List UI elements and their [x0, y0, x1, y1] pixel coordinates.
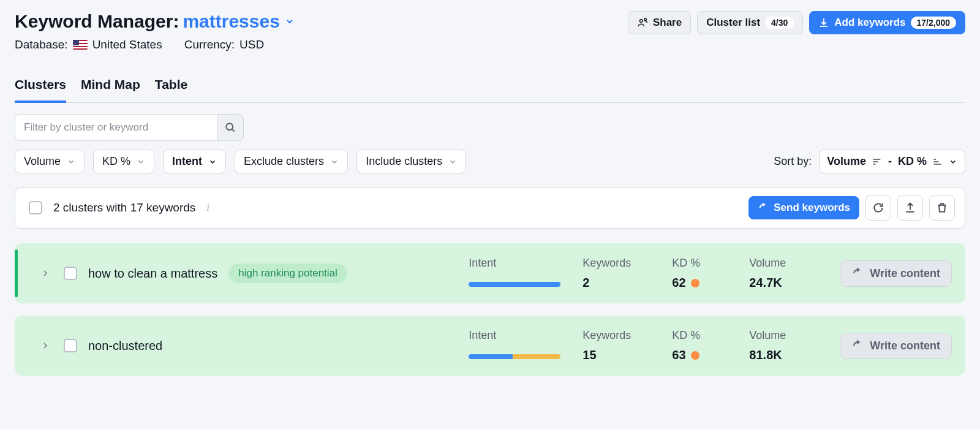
send-keywords-button[interactable]: Send keywords	[748, 196, 859, 219]
volume-label: Volume	[749, 257, 816, 270]
database-label: Database:	[15, 38, 68, 51]
keywords-label: Keywords	[582, 329, 656, 342]
sort-asc-icon	[933, 158, 943, 166]
send-keywords-label: Send keywords	[774, 202, 850, 214]
add-keywords-count: 17/2,000	[911, 17, 957, 29]
chevron-down-icon	[448, 158, 457, 166]
title-prefix: Keyword Manager:	[15, 11, 179, 32]
filter-intent[interactable]: Intent	[163, 150, 226, 173]
write-content-button[interactable]: Write content	[840, 333, 952, 359]
filter-exclude-label: Exclude clusters	[244, 155, 324, 168]
tab-table[interactable]: Table	[155, 72, 187, 103]
delete-button[interactable]	[929, 195, 955, 221]
cluster-list-count: 4/30	[765, 17, 794, 29]
download-icon	[818, 17, 829, 28]
filter-kd[interactable]: KD %	[93, 150, 154, 173]
database-meta: Database: United States	[15, 38, 162, 51]
add-keywords-label: Add keywords	[834, 17, 905, 29]
summary-bar: 2 clusters with 17 keywords i Send keywo…	[15, 187, 965, 229]
filter-kd-label: KD %	[102, 155, 130, 168]
filter-include-label: Include clusters	[366, 155, 442, 168]
share-icon	[637, 17, 648, 28]
intent-bar	[469, 354, 560, 359]
chevron-down-icon	[949, 158, 957, 166]
kd-dot-icon	[691, 351, 699, 360]
ranking-badge: high ranking potential	[228, 264, 347, 283]
filter-input[interactable]	[15, 114, 217, 141]
cluster-list-button[interactable]: Cluster list 4/30	[697, 11, 803, 34]
currency-value: USD	[239, 38, 264, 51]
filter-include-clusters[interactable]: Include clusters	[356, 150, 466, 173]
add-keywords-button[interactable]: Add keywords 17/2,000	[809, 11, 965, 34]
filter-intent-label: Intent	[172, 155, 202, 168]
write-content-button[interactable]: Write content	[840, 260, 952, 287]
volume-value: 81.8K	[749, 348, 816, 362]
write-content-label: Write content	[870, 267, 940, 280]
info-icon[interactable]: i	[206, 202, 209, 214]
arrow-right-icon	[758, 202, 769, 213]
intent-label: Intent	[469, 257, 567, 270]
sort-sep: -	[888, 155, 892, 168]
currency-label: Currency:	[184, 38, 235, 51]
page-title: Keyword Manager: mattresses	[15, 11, 616, 32]
keyword-dropdown[interactable]: mattresses	[183, 11, 294, 32]
currency-meta: Currency: USD	[184, 38, 264, 51]
svg-point-2	[226, 123, 233, 130]
kd-label: KD %	[672, 329, 733, 342]
share-label: Share	[653, 17, 682, 29]
meta-row: Database: United States Currency: USD	[15, 38, 616, 51]
keyword-name: mattresses	[183, 11, 279, 32]
summary-text: 2 clusters with 17 keywords	[53, 201, 195, 214]
chevron-down-icon	[137, 158, 145, 166]
chevron-down-icon	[285, 17, 295, 26]
tabs: Clusters Mind Map Table	[15, 72, 965, 103]
filters-row: Volume KD % Intent Exclude clusters Incl…	[15, 150, 965, 173]
toolbar: Volume KD % Intent Exclude clusters Incl…	[15, 114, 965, 173]
kd-label: KD %	[672, 257, 733, 270]
refresh-button[interactable]	[865, 195, 891, 221]
filter-volume[interactable]: Volume	[15, 150, 85, 173]
search-row	[15, 114, 965, 141]
upload-icon	[904, 202, 916, 214]
intent-bar	[469, 282, 560, 287]
share-button[interactable]: Share	[628, 11, 691, 34]
write-content-label: Write content	[870, 340, 940, 352]
chevron-down-icon	[67, 158, 75, 166]
chevron-right-icon[interactable]	[40, 341, 50, 351]
svg-point-0	[639, 20, 643, 23]
keywords-value: 2	[582, 276, 656, 290]
clusters-list: how to clean a mattress high ranking pot…	[15, 243, 965, 376]
kd-value: 63	[672, 348, 733, 362]
cluster-checkbox[interactable]	[64, 339, 77, 352]
sort-primary: Volume	[827, 155, 866, 168]
cluster-row: non-clustered Intent Keywords KD % Volum…	[15, 316, 965, 376]
chevron-down-icon	[208, 158, 217, 166]
cluster-name: how to clean a mattress	[88, 267, 217, 281]
tab-clusters[interactable]: Clusters	[15, 72, 66, 103]
sort-select[interactable]: Volume - KD %	[819, 150, 965, 173]
search-icon	[224, 121, 236, 134]
kd-dot-icon	[691, 279, 699, 287]
filter-exclude-clusters[interactable]: Exclude clusters	[235, 150, 348, 173]
database-value: United States	[92, 38, 162, 51]
volume-value: 24.7K	[749, 276, 816, 290]
search-button[interactable]	[217, 114, 244, 141]
title-block: Keyword Manager: mattresses Database: Un…	[15, 11, 616, 51]
export-button[interactable]	[897, 195, 923, 221]
cluster-name: non-clustered	[88, 339, 162, 353]
svg-line-3	[232, 129, 235, 132]
chevron-down-icon	[330, 158, 339, 166]
keywords-label: Keywords	[582, 257, 656, 270]
sort-controls: Sort by: Volume - KD %	[774, 150, 965, 173]
arrow-right-icon	[851, 267, 864, 279]
select-all-checkbox[interactable]	[29, 201, 42, 214]
volume-label: Volume	[749, 329, 816, 342]
summary-left: 2 clusters with 17 keywords i	[29, 201, 209, 214]
cluster-row: how to clean a mattress high ranking pot…	[15, 243, 965, 303]
chevron-right-icon[interactable]	[40, 268, 50, 278]
cluster-checkbox[interactable]	[64, 267, 77, 280]
flag-us-icon	[73, 40, 88, 50]
cluster-metrics: Intent Keywords KD % Volume 15 63 81.8K	[469, 329, 816, 362]
arrow-right-icon	[851, 340, 864, 352]
tab-mind-map[interactable]: Mind Map	[81, 72, 140, 103]
